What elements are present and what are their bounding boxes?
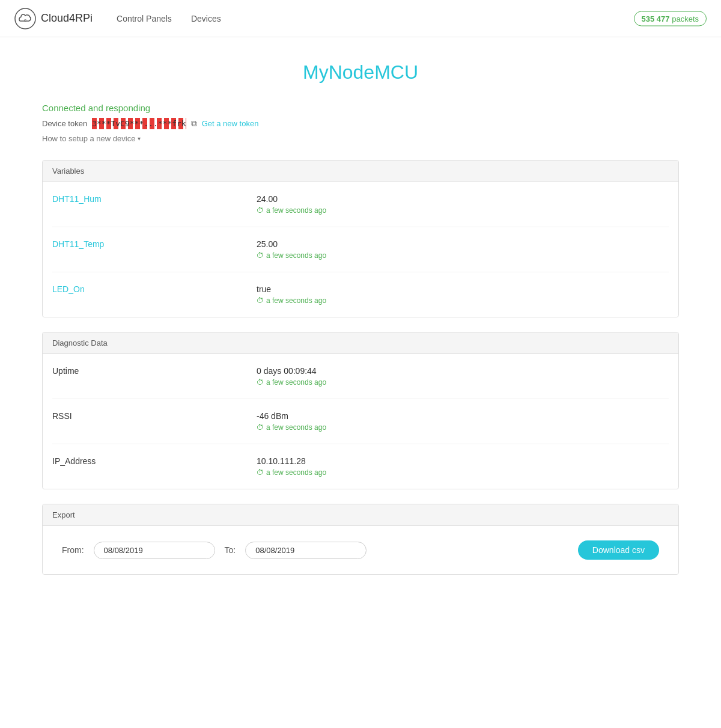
diag-name-2: IP_Address: [52, 456, 257, 466]
diagnostics-section-header: Diagnostic Data: [43, 332, 678, 354]
cloud-icon: c: [14, 8, 36, 29]
clock-icon-2: ⏱: [257, 296, 264, 305]
variable-value-cell-2: true ⏱ a few seconds ago: [257, 284, 669, 305]
copy-icon[interactable]: ⧉: [191, 118, 197, 129]
device-token-row: Device token 3***TvC9***...***frk ⧉ Get …: [42, 118, 679, 129]
token-value: 3***TvC9***...***frk: [92, 118, 186, 129]
clock-icon-d2: ⏱: [257, 468, 264, 477]
page-title: MyNodeMCU: [42, 61, 679, 84]
nav-devices[interactable]: Devices: [191, 11, 221, 26]
variable-row-1: DHT11_Temp 25.00 ⏱ a few seconds ago: [52, 227, 669, 272]
variables-section-body: DHT11_Hum 24.00 ⏱ a few seconds ago DHT1…: [43, 182, 678, 317]
packets-count: 535 477: [642, 14, 670, 23]
diag-value-cell-0: 0 days 00:09:44 ⏱ a few seconds ago: [257, 366, 669, 387]
variable-link-1[interactable]: DHT11_Temp: [52, 239, 104, 249]
diag-row-1: RSSI -46 dBm ⏱ a few seconds ago: [52, 399, 669, 444]
to-date-input[interactable]: [245, 542, 367, 559]
navbar: c Cloud4RPi Control Panels Devices 535 4…: [0, 0, 721, 37]
brand-name: Cloud4RPi: [41, 12, 93, 25]
variable-timestamp-1: ⏱ a few seconds ago: [257, 251, 669, 260]
diagnostics-title: Diagnostic Data: [52, 338, 108, 347]
diag-value-1: -46 dBm: [257, 411, 669, 421]
token-label: Device token: [42, 119, 87, 128]
nav-control-panels[interactable]: Control Panels: [117, 11, 172, 26]
export-section-body: From: To: Download csv: [43, 526, 678, 574]
packets-label: packets: [672, 14, 699, 23]
diagnostics-section-body: Uptime 0 days 00:09:44 ⏱ a few seconds a…: [43, 354, 678, 489]
variable-timestamp-2: ⏱ a few seconds ago: [257, 296, 669, 305]
export-title: Export: [52, 510, 75, 519]
variable-value-cell-1: 25.00 ⏱ a few seconds ago: [257, 239, 669, 260]
from-date-input[interactable]: [94, 542, 215, 559]
variable-link-2[interactable]: LED_On: [52, 284, 85, 294]
variable-timestamp-0: ⏱ a few seconds ago: [257, 206, 669, 215]
clock-icon-0: ⏱: [257, 206, 264, 215]
diag-value-cell-2: 10.10.111.28 ⏱ a few seconds ago: [257, 456, 669, 477]
variable-row-2: LED_On true ⏱ a few seconds ago: [52, 272, 669, 317]
variable-value-2: true: [257, 284, 669, 294]
main-content: MyNodeMCU Connected and responding Devic…: [30, 37, 691, 625]
setup-link-label: How to setup a new device: [42, 134, 135, 143]
variables-section: Variables DHT11_Hum 24.00 ⏱ a few second…: [42, 160, 679, 317]
variable-link-0[interactable]: DHT11_Hum: [52, 194, 102, 204]
variable-row-0: DHT11_Hum 24.00 ⏱ a few seconds ago: [52, 182, 669, 227]
diag-row-0: Uptime 0 days 00:09:44 ⏱ a few seconds a…: [52, 354, 669, 399]
clock-icon-d1: ⏱: [257, 423, 264, 432]
packets-badge: 535 477 packets: [634, 11, 707, 26]
variable-value-1: 25.00: [257, 239, 669, 249]
diag-timestamp-1: ⏱ a few seconds ago: [257, 423, 669, 432]
diag-value-0: 0 days 00:09:44: [257, 366, 669, 376]
variable-value-cell-0: 24.00 ⏱ a few seconds ago: [257, 194, 669, 215]
export-section: Export From: To: Download csv: [42, 504, 679, 575]
variable-name-0: DHT11_Hum: [52, 194, 257, 204]
to-label: To:: [225, 545, 236, 555]
variables-section-header: Variables: [43, 161, 678, 182]
diag-row-2: IP_Address 10.10.111.28 ⏱ a few seconds …: [52, 444, 669, 489]
connection-status: Connected and responding: [42, 103, 679, 113]
nav-links: Control Panels Devices: [117, 11, 221, 26]
variable-name-2: LED_On: [52, 284, 257, 294]
clock-icon-1: ⏱: [257, 251, 264, 260]
diagnostics-section: Diagnostic Data Uptime 0 days 00:09:44 ⏱…: [42, 332, 679, 489]
export-row: From: To: Download csv: [52, 526, 669, 574]
download-csv-button[interactable]: Download csv: [578, 540, 659, 560]
brand-link[interactable]: c Cloud4RPi: [14, 8, 93, 29]
get-token-link[interactable]: Get a new token: [202, 119, 259, 128]
svg-text:c: c: [24, 17, 26, 23]
diag-name-1: RSSI: [52, 411, 257, 421]
variable-name-1: DHT11_Temp: [52, 239, 257, 249]
from-label: From:: [62, 545, 84, 555]
variables-title: Variables: [52, 167, 84, 176]
export-section-header: Export: [43, 504, 678, 526]
diag-timestamp-0: ⏱ a few seconds ago: [257, 378, 669, 387]
clock-icon-d0: ⏱: [257, 378, 264, 387]
setup-link[interactable]: How to setup a new device ▾: [42, 134, 679, 143]
variable-value-0: 24.00: [257, 194, 669, 204]
chevron-down-icon: ▾: [138, 135, 141, 142]
diag-name-0: Uptime: [52, 366, 257, 376]
diag-timestamp-2: ⏱ a few seconds ago: [257, 468, 669, 477]
diag-value-cell-1: -46 dBm ⏱ a few seconds ago: [257, 411, 669, 432]
diag-value-2: 10.10.111.28: [257, 456, 669, 466]
